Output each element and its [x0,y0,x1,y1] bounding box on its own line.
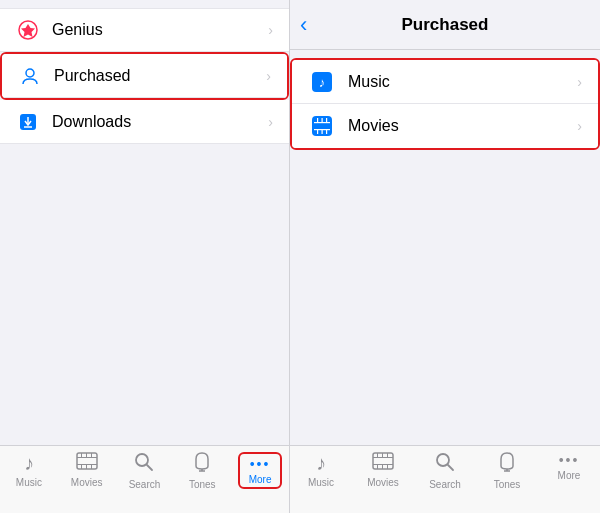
back-button[interactable]: ‹ [300,14,307,36]
right-tab-movies[interactable]: Movies [361,452,405,488]
svg-rect-33 [377,453,378,457]
more-tab-icon: ••• [250,456,271,472]
search-tab-label: Search [129,479,161,490]
svg-rect-34 [382,453,383,457]
left-tab-bar: ♪ Music Movies [0,445,289,513]
svg-rect-36 [377,465,378,469]
svg-rect-29 [326,130,327,134]
svg-rect-7 [77,457,97,458]
svg-rect-9 [81,453,82,457]
more-tab-label: More [249,474,272,485]
right-tab-search[interactable]: Search [423,452,467,490]
downloads-label: Downloads [52,113,268,131]
right-music-tab-label: Music [308,477,334,488]
music-tab-label: Music [16,477,42,488]
right-list-wrapper: ♪ Music › [290,58,600,150]
right-movies-icon [308,112,336,140]
tones-tab-icon [193,452,211,477]
right-music-label: Music [348,73,577,91]
right-music-chevron: › [577,74,582,90]
genius-label: Genius [52,21,268,39]
svg-rect-38 [387,465,388,469]
svg-rect-26 [326,118,327,122]
left-list-section: Genius › Purchased › [0,0,289,445]
right-tab-music[interactable]: ♪ Music [299,452,343,488]
tab-more[interactable]: ••• More [238,452,282,489]
svg-line-40 [448,465,453,470]
right-music-icon: ♪ [308,68,336,96]
right-tab-bar: ♪ Music Movies [290,445,600,513]
movies-tab-icon [76,452,98,475]
right-tab-tones[interactable]: Tones [485,452,529,490]
right-more-tab-icon: ••• [559,452,580,468]
svg-rect-10 [86,453,87,457]
genius-chevron: › [268,22,273,38]
svg-marker-1 [21,24,35,37]
left-panel: Genius › Purchased › [0,0,290,513]
svg-rect-35 [387,453,388,457]
svg-point-39 [437,454,449,466]
svg-rect-31 [373,457,393,458]
list-item-purchased[interactable]: Purchased › [2,54,287,98]
right-more-tab-label: More [558,470,581,481]
svg-rect-32 [373,464,393,465]
right-search-tab-icon [435,452,455,477]
list-item-downloads[interactable]: Downloads › [0,100,289,144]
right-list-section: ♪ Music › [290,50,600,445]
downloads-icon [16,110,40,134]
svg-rect-14 [91,465,92,469]
svg-point-2 [26,69,34,77]
svg-rect-8 [77,464,97,465]
svg-rect-28 [322,130,323,134]
svg-rect-37 [382,465,383,469]
tab-movies[interactable]: Movies [65,452,109,488]
svg-rect-24 [317,118,318,122]
purchased-label: Purchased [54,67,266,85]
movies-tab-label: Movies [71,477,103,488]
right-movies-tab-icon [372,452,394,475]
svg-rect-11 [91,453,92,457]
tab-search[interactable]: Search [122,452,166,490]
purchased-chevron: › [266,68,271,84]
genius-icon [16,18,40,42]
right-movies-label: Movies [348,117,577,135]
svg-rect-13 [86,465,87,469]
right-tones-tab-label: Tones [494,479,521,490]
purchased-icon [18,64,42,88]
tab-tones[interactable]: Tones [180,452,224,490]
svg-rect-25 [322,118,323,122]
tones-tab-label: Tones [189,479,216,490]
svg-line-16 [147,465,152,470]
music-tab-icon: ♪ [24,452,34,475]
svg-rect-27 [317,130,318,134]
downloads-chevron: › [268,114,273,130]
purchased-highlight-border: Purchased › [0,52,289,100]
right-tab-more[interactable]: ••• More [547,452,591,481]
right-list-item-music[interactable]: ♪ Music › [292,60,598,104]
right-panel: ‹ Purchased ♪ Music › [290,0,600,513]
list-item-genius[interactable]: Genius › [0,8,289,52]
svg-rect-22 [314,122,330,123]
right-movies-tab-label: Movies [367,477,399,488]
right-music-tab-icon: ♪ [316,452,326,475]
right-search-tab-label: Search [429,479,461,490]
right-tones-tab-icon [498,452,516,477]
right-header-title: Purchased [402,15,489,35]
svg-rect-12 [81,465,82,469]
search-tab-icon [134,452,154,477]
svg-text:♪: ♪ [319,75,326,90]
right-list-item-movies[interactable]: Movies › [292,104,598,148]
right-header: ‹ Purchased [290,0,600,50]
right-movies-chevron: › [577,118,582,134]
svg-point-15 [136,454,148,466]
tab-music[interactable]: ♪ Music [7,452,51,488]
